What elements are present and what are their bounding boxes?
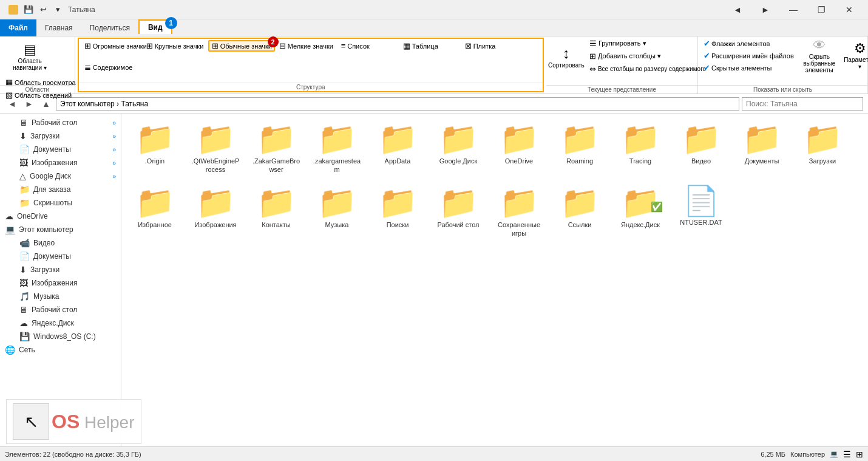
sidebar-item-desktop2[interactable]: 🖥 Рабочий стол — [0, 303, 121, 316]
file-item-origin[interactable]: 📁 .Origin — [127, 120, 182, 177]
window-controls: ◄ ► — ❐ ✕ — [724, 0, 863, 19]
sidebar-item-docs2[interactable]: 📄 Документы — [0, 250, 121, 263]
sidebar-item-c-drive[interactable]: 💾 Windows8_OS (C:) — [0, 330, 121, 343]
file-item-zakarsteam[interactable]: 📁 .zakargamesteam — [310, 120, 364, 177]
btn-options[interactable]: ⚙ Параметры ▾ — [842, 38, 868, 73]
watermark-cursor-box: ↖ — [13, 403, 49, 440]
file-name-origin: .Origin — [145, 157, 164, 165]
btn-list[interactable]: ≡ Список — [338, 40, 399, 52]
btn-normal-icons[interactable]: ⊞ Обычные значки 2 — [208, 40, 275, 52]
app-icon — [8, 5, 18, 15]
file-item-qtwebeng[interactable]: 📁 .QtWebEngineProcess — [188, 120, 243, 177]
file-item-saved-games[interactable]: 📁 Сохраненные игры — [492, 183, 546, 241]
btn-small-icons[interactable]: ⊟ Мелкие значки — [276, 40, 337, 52]
sidebar-item-images[interactable]: 🖼 Изображения » — [0, 156, 121, 169]
sidebar-item-img2[interactable]: 🖼 Изображения — [0, 276, 121, 290]
nav-forward-btn[interactable]: ► — [751, 0, 779, 19]
btn-tile[interactable]: ⊠ Плитка — [462, 40, 523, 52]
minimize-btn[interactable]: — — [779, 0, 807, 19]
file-item-docs[interactable]: 📁 Документы — [734, 120, 789, 177]
btn-table[interactable]: ▦ Таблица — [400, 40, 461, 52]
file-item-gdrive[interactable]: 📁 Google Диск — [431, 120, 486, 177]
folder-icon-music: 📁 — [317, 186, 357, 218]
qat-dropdown[interactable]: ▾ — [51, 3, 64, 16]
sidebar-item-downloads[interactable]: ⬇ Загрузки » — [0, 129, 121, 143]
qat-save[interactable]: 💾 — [22, 3, 35, 16]
logo-helper: Helper — [80, 413, 134, 432]
file-item-contacts[interactable]: 📁 Контакты — [249, 183, 303, 241]
file-item-appdata[interactable]: 📁 AppData — [370, 120, 425, 177]
file-name-music: Музыка — [325, 220, 349, 229]
sidebar-item-dl2[interactable]: ⬇ Загрузки — [0, 263, 121, 276]
btn-huge-icons[interactable]: ⊞ Огромные значки — [81, 40, 142, 52]
file-item-desktop[interactable]: 📁 Рабочий стол — [431, 183, 486, 241]
tab-file[interactable]: Файл — [0, 19, 36, 36]
close-btn[interactable]: ✕ — [835, 0, 863, 19]
sidebar-img2-label: Изображения — [32, 279, 77, 287]
sidebar-gdrive-label: Google Диск — [30, 172, 71, 180]
struktura-label: Структура — [79, 83, 543, 90]
order-icon: 📁 — [19, 185, 30, 194]
computer-icon: 💻 — [830, 450, 838, 458]
sidebar-item-video[interactable]: 📹 Видео — [0, 236, 121, 250]
btn-hide-selected[interactable]: 👁 Скрыть выбранные элементы — [798, 38, 841, 73]
sidebar-item-gdrive[interactable]: △ Google Диск » — [0, 169, 121, 183]
folder-icon-dl: 📁 — [803, 123, 843, 154]
folder-icon-search: 📁 — [378, 186, 418, 218]
check2-icon: ✔ — [704, 51, 710, 60]
cb-file-extensions[interactable]: ✔ Расширения имён файлов — [700, 50, 797, 61]
file-name-roaming: Roaming — [566, 157, 593, 165]
file-item-images[interactable]: 📁 Изображения — [188, 183, 243, 241]
address-path[interactable]: Этот компьютер › Татьяна — [56, 97, 739, 111]
sidebar-item-onedrive[interactable]: ☁ OneDrive — [0, 210, 121, 223]
images-icon: 🖼 — [19, 158, 28, 168]
btn-add-columns[interactable]: ⊞ Добавить столбцы ▾ — [586, 50, 709, 62]
btn-content[interactable]: ≣ Содержимое — [81, 61, 142, 73]
large-icon: ⊞ — [146, 41, 153, 50]
hidden-label: Скрытые элементы — [711, 64, 772, 72]
file-item-links[interactable]: 📁 Ссылки — [552, 183, 607, 241]
maximize-btn[interactable]: ❐ — [807, 0, 835, 19]
file-item-video[interactable]: 📁 Видео — [674, 120, 728, 177]
btn-fit-columns[interactable]: ⇔ Все столбцы по размеру содержимого — [586, 63, 709, 75]
sidebar-item-music[interactable]: 🎵 Музыка — [0, 290, 121, 303]
sidebar-item-screenshots[interactable]: 📁 Скриншоты — [0, 196, 121, 210]
tab-share[interactable]: Поделиться — [81, 19, 138, 36]
file-item-zakargamebrowser[interactable]: 📁 .ZakarGameBrowser — [249, 120, 303, 177]
view-toggle-grid[interactable]: ⊞ — [856, 449, 863, 459]
nav-back-btn[interactable]: ◄ — [724, 0, 751, 19]
file-item-ntuser[interactable]: 📄 NTUSER.DAT — [674, 183, 728, 241]
btn-navigation-area[interactable]: ▤ Областьнавигации ▾ — [2, 38, 57, 75]
cb-item-checkboxes[interactable]: ✔ Флажки элементов — [700, 38, 797, 49]
file-item-roaming[interactable]: 📁 Roaming — [552, 120, 607, 177]
file-item-yandex[interactable]: 📁✅ Яндекс.Диск — [613, 183, 668, 241]
sidebar-item-network[interactable]: 🌐 Сеть — [0, 343, 121, 357]
search-input[interactable] — [742, 97, 863, 111]
file-item-music[interactable]: 📁 Музыка — [310, 183, 364, 241]
this-pc-icon: 💻 — [5, 225, 15, 234]
folder-icon-tracing: 📁 — [621, 123, 660, 154]
file-item-downloads[interactable]: 📁 Загрузки — [795, 120, 850, 177]
file-name-games: Сохраненные игры — [495, 220, 543, 238]
sidebar-item-desktop[interactable]: 🖥 Рабочий стол » — [0, 116, 121, 129]
tab-home[interactable]: Главная — [36, 19, 81, 36]
view-toggle-list[interactable]: ☰ — [843, 449, 851, 459]
sidebar-item-this-pc[interactable]: 💻 Этот компьютер — [0, 223, 121, 236]
status-bar: Элементов: 22 (свободно на диске: 35,3 Г… — [0, 446, 868, 461]
navigation-icon: ▤ — [24, 42, 36, 58]
huge-icon: ⊞ — [84, 41, 91, 50]
file-item-fav[interactable]: 📁 Избранное — [127, 183, 182, 241]
sidebar-item-yandex[interactable]: ☁ Яндекс.Диск — [0, 316, 121, 330]
file-item-search[interactable]: 📁 Поиски — [370, 183, 425, 241]
sidebar-item-docs[interactable]: 📄 Документы » — [0, 143, 121, 156]
btn-sort[interactable]: ↕ Сортировать — [549, 38, 584, 75]
file-item-tracing[interactable]: 📁 Tracing — [613, 120, 668, 177]
sidebar-order-label: Для заказа — [33, 185, 70, 194]
cb-hidden-items[interactable]: ✔ Скрытые элементы — [700, 62, 797, 73]
qat-undo[interactable]: ↩ — [36, 3, 50, 16]
btn-group[interactable]: ☰ Группировать ▾ — [586, 38, 709, 49]
btn-large-icons[interactable]: ⊞ Крупные значки — [143, 40, 207, 52]
ribbon-section-struktura: ⊞ Огромные значки ⊞ Крупные значки ⊞ Обы… — [78, 38, 544, 92]
file-item-onedrive[interactable]: 📁 OneDrive — [492, 120, 546, 177]
sidebar-item-order[interactable]: 📁 Для заказа — [0, 183, 121, 196]
